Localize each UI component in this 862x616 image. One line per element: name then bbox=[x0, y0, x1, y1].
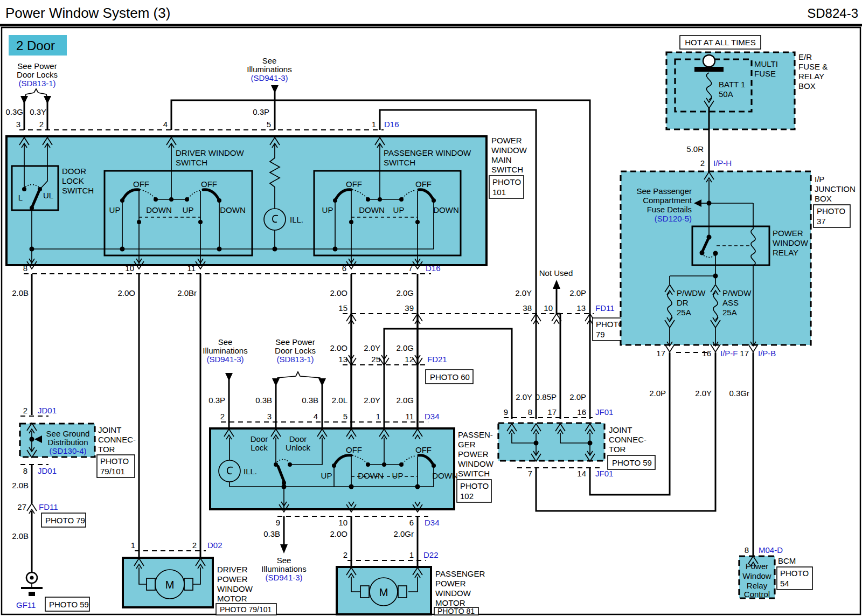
note-line: See Ground bbox=[46, 429, 90, 438]
photo-ref[interactable]: 79 bbox=[596, 330, 605, 339]
cross-ref-link[interactable]: (SD941-3) bbox=[251, 73, 288, 82]
wire-gauge: 0.85P bbox=[536, 392, 557, 402]
connector-name[interactable]: D34 bbox=[425, 518, 440, 527]
connector-name[interactable]: D22 bbox=[423, 550, 439, 559]
bcm: 8 M04-D Power Window Relay Control BCM P… bbox=[739, 545, 812, 599]
connector-name[interactable]: D16 bbox=[384, 120, 399, 129]
pin-number: 38 bbox=[523, 303, 532, 313]
photo-ref[interactable]: 101 bbox=[492, 188, 506, 197]
component-label: E/R bbox=[798, 52, 812, 61]
photo-ref[interactable]: PHOTO 79 bbox=[45, 516, 85, 525]
sub-label: DRIVER WINDOW bbox=[176, 148, 245, 157]
note-line: See bbox=[277, 556, 291, 565]
photo-ref[interactable]: PHOTO bbox=[817, 206, 845, 216]
component-label: TOR bbox=[609, 445, 626, 454]
component-label: FUSE bbox=[754, 69, 776, 78]
connector-name[interactable]: D02 bbox=[207, 541, 223, 550]
photo-ref[interactable]: PHOTO bbox=[780, 569, 809, 578]
pin-number: 4 bbox=[163, 120, 168, 129]
pin-number: 1 bbox=[376, 412, 380, 421]
pin-number: 6 bbox=[409, 518, 414, 527]
wire-gauge: 2.0B bbox=[12, 531, 29, 541]
connector-name[interactable]: FD11 bbox=[595, 303, 615, 313]
switch-position: DOWN bbox=[220, 205, 246, 214]
joint-connector-jf01: 9 8 17 16 JF01 7 14 JF01 JOINT CONNEC- T… bbox=[498, 407, 655, 478]
component-label: POWER bbox=[217, 575, 248, 584]
sub-label: DOOR bbox=[62, 167, 86, 176]
function-label: Control bbox=[744, 590, 770, 599]
pin-number: 8 bbox=[23, 466, 27, 475]
connector-name[interactable]: JD01 bbox=[38, 466, 57, 475]
connector-name[interactable]: D34 bbox=[425, 412, 440, 421]
cross-ref-link[interactable]: (SD813-1) bbox=[18, 79, 55, 88]
component-label: JOINT bbox=[98, 425, 121, 434]
wire-gauge: 2.0G bbox=[396, 396, 414, 405]
pin-number: 1 bbox=[372, 120, 376, 129]
connector-name[interactable]: JD01 bbox=[38, 406, 57, 415]
connector-name[interactable]: GF11 bbox=[16, 600, 36, 610]
fuse-rating: 25A bbox=[722, 308, 737, 317]
pin-number: 9 bbox=[504, 407, 508, 417]
photo-ref[interactable]: 102 bbox=[460, 492, 474, 501]
connector-name[interactable]: M04-D bbox=[759, 545, 783, 555]
wire-gauge: 2.0Y bbox=[364, 343, 380, 352]
component-label: RELAY bbox=[773, 248, 798, 257]
photo-ref[interactable]: 37 bbox=[817, 217, 826, 226]
er-fuse-relay-box: HOT AT ALL TIMES MULTI FUSE BATT 1 50A E… bbox=[666, 36, 828, 171]
note-line: Fuse Details bbox=[647, 205, 692, 214]
cross-ref-link[interactable]: (SD130-4) bbox=[49, 446, 86, 455]
component-label: CONNEC- bbox=[98, 435, 136, 444]
wire-gauge: 2.0L bbox=[332, 396, 347, 405]
wire-gauge: 2.0Y bbox=[364, 396, 380, 405]
connector-name[interactable]: I/P-B bbox=[758, 349, 776, 358]
fuse-label: ASS bbox=[722, 298, 739, 307]
connector-name[interactable]: FD21 bbox=[427, 355, 447, 364]
photo-ref[interactable]: PHOTO 59 bbox=[49, 600, 89, 609]
switch-position: OFF bbox=[133, 179, 149, 189]
connector-name[interactable]: D16 bbox=[426, 264, 441, 273]
bracket bbox=[276, 372, 322, 384]
cross-ref-link[interactable]: (SD941-3) bbox=[265, 573, 302, 582]
connector-name[interactable]: JF01 bbox=[595, 469, 613, 478]
cross-ref-link[interactable]: (SD813-1) bbox=[276, 355, 314, 364]
component-label: I/P bbox=[815, 175, 824, 184]
pin-number: 2 bbox=[39, 120, 44, 129]
connector-name[interactable]: FD11 bbox=[39, 502, 58, 511]
photo-ref[interactable]: PHOTO 60 bbox=[430, 372, 470, 382]
cross-ref-link[interactable]: (SD941-3) bbox=[206, 355, 244, 364]
note-power-door-locks-mid: See Power Door Locks (SD813-1) bbox=[272, 337, 326, 430]
component-label: BCM bbox=[778, 556, 796, 565]
note-illuminations-bottom: See Illuminations (SD941-3) 0.3B bbox=[261, 516, 306, 582]
connector-name[interactable]: I/P-F bbox=[720, 349, 738, 358]
photo-ref[interactable]: PHOTO bbox=[100, 456, 129, 466]
title-rule bbox=[0, 24, 862, 26]
connector-d34-top: 2 3 4 5 1 11 D34 bbox=[220, 412, 440, 422]
wire-gauge: 2.0P bbox=[569, 392, 586, 402]
connector-name[interactable]: JF01 bbox=[595, 407, 613, 417]
wire-gauge: 0.3B bbox=[302, 396, 318, 405]
wire-gauge: 2.0B bbox=[12, 288, 29, 297]
pin-number: 9 bbox=[276, 518, 280, 527]
note-line: Illuminations bbox=[203, 346, 247, 355]
switch-position: DOWN bbox=[433, 205, 459, 214]
photo-ref[interactable]: PHOTO 59 bbox=[612, 458, 652, 467]
passenger-power-window-switch: PASSEN- GER POWER WINDOW SWITCH PHOTO 10… bbox=[210, 428, 494, 512]
photo-ref[interactable]: 79/101 bbox=[100, 467, 125, 476]
component-label: POWER bbox=[458, 449, 489, 459]
pin-number: 2 bbox=[220, 412, 225, 421]
photo-ref[interactable]: PHOTO bbox=[492, 177, 521, 186]
cross-ref-link[interactable]: (SD120-5) bbox=[655, 214, 692, 223]
component-label: MOTOR bbox=[217, 594, 247, 603]
passenger-power-window-motor: 2 1 D22 M PASSENGER POWER WINDOW MOTOR P… bbox=[337, 550, 485, 615]
power-window-main-switch: POWER WINDOW MAIN SWITCH PHOTO 101 DOOR … bbox=[6, 136, 527, 269]
photo-ref[interactable]: 54 bbox=[780, 579, 789, 588]
photo-ref[interactable]: PHOTO 81 bbox=[437, 607, 475, 615]
switch-position: OFF bbox=[346, 445, 362, 454]
photo-ref[interactable]: PHOTO bbox=[460, 481, 489, 490]
wire-gauge: 2.0O bbox=[330, 288, 347, 297]
pin-number: 2 bbox=[192, 541, 197, 550]
pin-number: 16 bbox=[577, 407, 586, 417]
switch-position: DOWN bbox=[359, 205, 385, 214]
photo-ref[interactable]: PHOTO 79/101 bbox=[220, 605, 272, 614]
connector-name[interactable]: I/P-H bbox=[713, 158, 732, 168]
